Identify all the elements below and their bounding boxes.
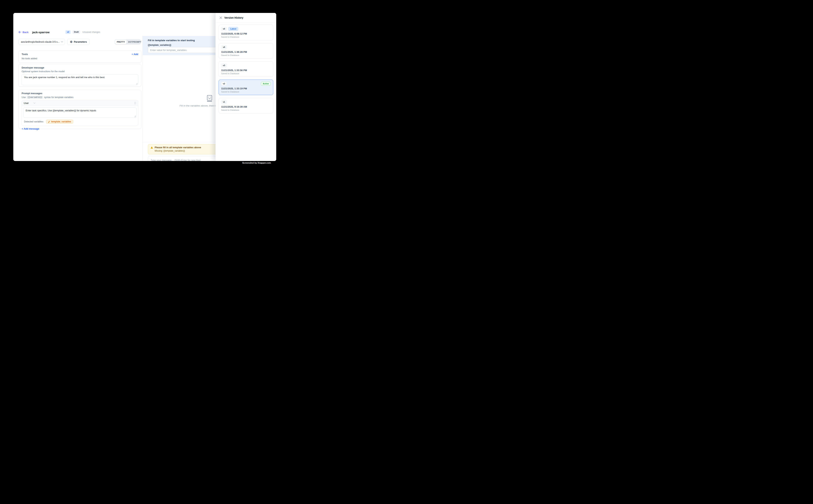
prompt-messages-title: Prompt messages bbox=[22, 92, 138, 95]
template-variable-label: {{template_variables}} bbox=[148, 44, 171, 46]
close-button[interactable] bbox=[219, 16, 222, 19]
unsaved-changes-text: Unsaved changes bbox=[82, 31, 100, 33]
tools-card: Tools + Add No tools added bbox=[18, 50, 141, 63]
page-title: jack-sparrow bbox=[32, 31, 49, 34]
prompt-message-textarea[interactable]: Enter task specifics. Use {{template_var… bbox=[23, 107, 136, 118]
role-select-value: User bbox=[24, 102, 29, 104]
version-card-v2[interactable]: v2 Active 11/21/2025, 1:33:19 PM Saved t… bbox=[219, 80, 273, 95]
message-role-bar: User bbox=[22, 100, 138, 106]
view-mode-toggle: PRETTY DOTPROMPT bbox=[115, 39, 141, 44]
syntax-hint-suffix: syntax for template variables bbox=[44, 96, 73, 99]
latest-badge: Latest bbox=[229, 27, 238, 31]
version-history-header: Version History bbox=[216, 13, 276, 23]
syntax-hint: Use {{variable}} syntax for template var… bbox=[22, 96, 138, 99]
app-window: Back jack-sparrow v2 Draft Unsaved chang… bbox=[13, 13, 276, 161]
warning-icon bbox=[150, 146, 153, 149]
version-status: Saved to Database bbox=[221, 72, 271, 75]
version-chip: v2 bbox=[221, 82, 227, 86]
version-status: Saved to Database bbox=[221, 54, 271, 56]
version-card-v5[interactable]: v5 Latest 11/22/2025, 6:08:12 PM Saved t… bbox=[219, 25, 273, 40]
robot-icon bbox=[207, 95, 212, 102]
version-timestamp: 11/22/2025, 6:08:12 PM bbox=[221, 32, 271, 35]
developer-message-textarea[interactable]: You are jack sparrow number 1, respond a… bbox=[22, 74, 138, 85]
version-timestamp: 11/21/2025, 1:33:19 PM bbox=[221, 87, 271, 90]
pencil-icon bbox=[48, 121, 50, 123]
version-chip: v5 bbox=[221, 27, 227, 31]
detected-variables-label: Detected variables: bbox=[24, 120, 44, 123]
warning-title-text: Please fill in all template variables ab… bbox=[155, 146, 201, 149]
detected-variable-chip[interactable]: template_variables bbox=[46, 120, 73, 124]
parameters-label: Parameters bbox=[74, 40, 87, 43]
developer-message-subtitle: Optional system instructions for the mod… bbox=[22, 70, 138, 73]
toggle-pretty[interactable]: PRETTY bbox=[115, 40, 126, 44]
version-card-v4[interactable]: v4 11/21/2025, 1:36:28 PM Saved to Datab… bbox=[219, 43, 273, 59]
syntax-hint-prefix: Use bbox=[22, 96, 26, 99]
version-status: Saved to Database bbox=[221, 91, 271, 93]
version-chip: v4 bbox=[221, 45, 227, 49]
version-chip: v1 bbox=[221, 100, 227, 104]
version-status: Saved to Database bbox=[221, 109, 271, 111]
parameters-button[interactable]: ⚙ Parameters bbox=[67, 39, 90, 45]
prompt-message-block: User Enter task specifics. Use {{templat… bbox=[22, 100, 138, 126]
version-chip: v3 bbox=[221, 64, 227, 67]
editor-column: aws/anthropic/bedrock-claude-3-5-s... ⚙ … bbox=[13, 36, 142, 161]
version-history-title: Version History bbox=[224, 16, 243, 19]
screenshot-canvas: Back jack-sparrow v2 Draft Unsaved chang… bbox=[0, 0, 285, 176]
chevron-down-icon bbox=[61, 41, 63, 42]
add-tool-button[interactable]: + Add bbox=[131, 53, 138, 56]
draft-badge: Draft bbox=[72, 30, 80, 34]
version-badge: v2 bbox=[65, 30, 71, 34]
version-timestamp: 11/21/2025, 9:16:39 AM bbox=[221, 105, 271, 108]
variable-syntax-chip: {{variable}} bbox=[27, 96, 43, 99]
back-arrow-icon bbox=[18, 31, 21, 33]
drag-handle-icon[interactable] bbox=[134, 102, 136, 104]
detected-variable-name: template_variables bbox=[51, 120, 71, 123]
version-timestamp: 11/21/2025, 1:33:56 PM bbox=[221, 69, 271, 72]
back-button[interactable]: Back bbox=[18, 31, 28, 34]
gear-icon: ⚙ bbox=[70, 40, 72, 43]
active-badge: Active bbox=[261, 82, 271, 86]
tools-title: Tools bbox=[22, 53, 28, 56]
watermark-text: Screenshot by Xnapper.com bbox=[242, 162, 271, 164]
model-select-value: aws/anthropic/bedrock-claude-3-5-s... bbox=[21, 41, 61, 43]
detected-variables-row: Detected variables: template_variables bbox=[22, 119, 138, 126]
model-select[interactable]: aws/anthropic/bedrock-claude-3-5-s... bbox=[18, 39, 65, 45]
close-icon bbox=[220, 16, 222, 19]
version-history-panel: Version History v5 Latest 11/22/2025, 6:… bbox=[216, 13, 276, 161]
developer-message-title: Developer message bbox=[22, 66, 138, 69]
tools-empty-text: No tools added bbox=[22, 57, 138, 60]
version-card-v1[interactable]: v1 11/21/2025, 9:16:39 AM Saved to Datab… bbox=[219, 98, 273, 113]
toggle-dotprompt[interactable]: DOTPROMPT bbox=[126, 40, 143, 44]
prompt-messages-card: Prompt messages Use {{variable}} syntax … bbox=[18, 90, 141, 129]
version-list: v5 Latest 11/22/2025, 6:08:12 PM Saved t… bbox=[216, 23, 276, 161]
chevron-down-icon bbox=[33, 102, 35, 104]
role-select[interactable]: User bbox=[24, 102, 35, 104]
version-status: Saved to Database bbox=[221, 36, 271, 38]
add-message-button[interactable]: + Add message bbox=[22, 127, 39, 130]
template-variables-title: Fill in template variables to start test… bbox=[148, 39, 195, 42]
back-label: Back bbox=[23, 31, 28, 34]
version-timestamp: 11/21/2025, 1:36:28 PM bbox=[221, 51, 271, 53]
version-card-v3[interactable]: v3 11/21/2025, 1:33:56 PM Saved to Datab… bbox=[219, 61, 273, 77]
developer-message-card: Developer message Optional system instru… bbox=[18, 64, 141, 87]
